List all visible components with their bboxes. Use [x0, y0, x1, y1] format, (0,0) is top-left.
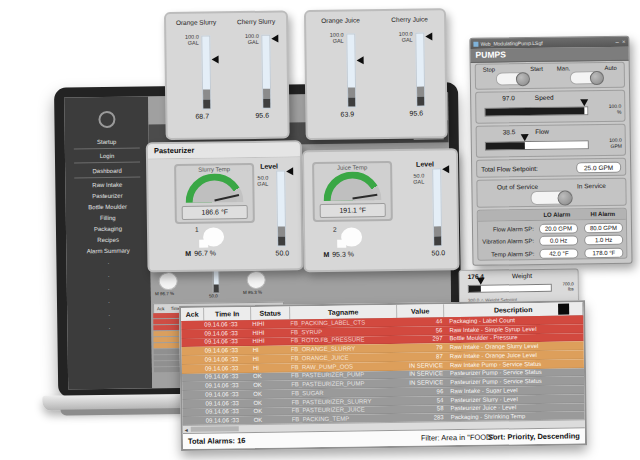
flow-slider[interactable] — [485, 140, 589, 150]
sidebar-dot[interactable]: · — [67, 321, 151, 335]
hi-setpoint-field[interactable]: 80.0 GPM — [584, 222, 623, 233]
sidebar-item[interactable]: Dashboard — [74, 165, 140, 178]
alarm-description-cell: Raw Intake - Orange Juice Level — [446, 351, 584, 359]
alarm-status-cell: HI — [251, 355, 291, 362]
window-icon — [473, 41, 478, 46]
alarm-description-cell: Packaging - Label Count — [445, 316, 583, 324]
start-label: Start — [530, 66, 543, 72]
tank-level-marker-icon[interactable] — [357, 56, 364, 64]
alarm-description-cell: Raw Intake - Simple Syrup Level — [445, 325, 583, 333]
alarm-setpoint-row: Temp Alarm SP: 42.0 °F 178.0 °F — [478, 247, 626, 259]
mini-pump-label: M 95.3 % — [243, 290, 262, 295]
hi-setpoint-field[interactable]: 1.0 Hz — [584, 235, 623, 246]
alarm-column-header[interactable]: Status — [251, 306, 290, 320]
alarm-description-cell: Pasteurizer Pump - Service Status — [446, 377, 584, 385]
tank-level-marker-icon[interactable] — [425, 33, 432, 41]
level-capacity: 50.0GAL — [398, 173, 424, 186]
flow-max-label: 100.0GPM — [609, 137, 622, 150]
mini-tube — [213, 269, 220, 293]
sidebar-item[interactable]: Startup — [74, 136, 140, 149]
sidebar-dot[interactable]: · — [66, 256, 150, 270]
level-label: Level — [416, 160, 434, 167]
mini-pump-icon — [159, 272, 178, 290]
sidebar-dot[interactable]: · — [67, 282, 151, 296]
stop-start-toggle[interactable]: Stop Start — [476, 64, 550, 89]
tank-value: 63.9 — [328, 110, 367, 118]
juice-temp-gauge: Juice Temp 191.1 °F — [312, 161, 393, 222]
tank-capacity: 100.0GAL — [330, 32, 344, 45]
alarm-column-header[interactable]: Ack — [181, 308, 204, 321]
tank: Orange Slurry 100.0GAL 68.7 — [166, 13, 228, 138]
close-icon[interactable] — [558, 304, 569, 315]
alarm-value-cell: 54 — [397, 397, 446, 404]
gauge-label: Juice Temp — [314, 164, 390, 171]
minimize-button[interactable]: – — [616, 39, 619, 45]
alarm-status-cell: OK — [251, 399, 291, 406]
toggle-pill[interactable] — [496, 72, 530, 85]
alarm-value-cell: 297 — [396, 336, 445, 343]
alarm-column-header[interactable]: Value — [397, 304, 444, 318]
service-toggle[interactable] — [530, 190, 572, 205]
mini-pump-label: M 96.7 % — [155, 291, 174, 296]
weight-max-label: 700.0lbs — [562, 281, 573, 292]
alarm-tagname-cell: FB_SUGAR — [291, 389, 397, 396]
sidebar-item[interactable]: Login — [74, 150, 140, 163]
close-button[interactable]: × — [622, 39, 626, 45]
tank-level-marker-icon[interactable] — [271, 35, 278, 43]
alarm-value-cell: 56 — [396, 327, 445, 334]
lo-setpoint-field[interactable]: 42.0 °F — [539, 248, 578, 259]
panel-title: Pasteurizer — [148, 142, 300, 159]
alarm-tagname-cell: FB_PASTEURIZER_PUMP — [291, 380, 397, 387]
tank-level-marker-icon[interactable] — [211, 55, 218, 63]
alarm-time-cell: 09.14.06 :33 — [204, 356, 251, 363]
man-auto-toggle[interactable]: Man. Auto — [550, 63, 624, 88]
pump-icon[interactable] — [203, 227, 224, 246]
alarm-value-cell: 44 — [396, 318, 445, 325]
speed-slider-fill — [485, 107, 584, 115]
total-flow-field[interactable]: 25.0 GPM — [576, 161, 621, 173]
toggle-pill[interactable] — [570, 71, 604, 84]
pump-icon[interactable] — [341, 227, 362, 246]
window-title: Web_ModulatingPump.LSgf — [480, 39, 612, 47]
weight-slider-marker[interactable] — [477, 278, 485, 285]
alarm-tagname-cell: FB_PACKING_LABEL_CTS — [290, 319, 396, 326]
alarm-value-cell: IN SERVICE — [397, 371, 446, 378]
flow-slider-fill — [486, 142, 525, 150]
level-value: 50.0 — [426, 249, 450, 256]
alarm-time-cell: 09.14.06 :33 — [204, 338, 251, 345]
laptop-logo-icon — [98, 111, 115, 128]
tank-title: Orange Juice — [306, 16, 375, 24]
sidebar-dot[interactable]: · — [67, 308, 151, 322]
speed-slider-marker[interactable] — [580, 99, 588, 106]
alarm-description-cell: Pasteurizer Juice - Level — [446, 404, 584, 412]
speed-slider[interactable] — [484, 106, 588, 116]
alarm-time-cell: 09.14.06 :33 — [204, 400, 251, 407]
level-capacity: 50.0GAL — [242, 175, 268, 188]
alarm-column-header[interactable]: Time In — [204, 307, 251, 321]
slurry-temp-readout: 186.6 °F — [182, 205, 248, 220]
alarm-value-cell: 283 — [398, 414, 447, 421]
sidebar-dot[interactable]: · — [67, 295, 151, 309]
scrollbar-thumb[interactable] — [191, 426, 239, 432]
tank: Cherry Juice 100.0GAL 95.6 — [375, 10, 446, 137]
juice-level-marker[interactable] — [442, 165, 449, 173]
alarm-status-cell: HI — [251, 364, 291, 371]
start-stop-section: Stop Start Man. Auto — [475, 62, 625, 90]
sidebar-dot[interactable]: · — [67, 269, 151, 283]
tank-level-tube — [346, 33, 356, 107]
speed-value: 97.0 — [502, 94, 515, 101]
weight-slider[interactable] — [468, 284, 552, 293]
hi-setpoint-field[interactable]: 178.0 °F — [584, 247, 623, 258]
flow-slider-marker[interactable] — [521, 134, 529, 141]
weight-widget: 176.4 Weight 700.0lbs 300.0 △ Weight Set… — [459, 268, 579, 305]
slurry-level-marker[interactable] — [286, 167, 293, 175]
total-flow-label: Total Flow Setpoint: — [481, 164, 538, 172]
alarm-value-cell: IN SERVICE — [397, 379, 446, 386]
alarm-status-cell: HIHI — [250, 320, 290, 327]
lo-setpoint-field[interactable]: 20.0 GPM — [539, 223, 578, 234]
sidebar: StartupLoginDashboardRaw IntakePasteuriz… — [64, 96, 152, 389]
alarm-status-cell: OK — [251, 382, 291, 389]
tank-value: 68.7 — [185, 112, 219, 119]
alarm-description-cell: Pasteurizer Slurry - Level — [446, 395, 584, 403]
lo-setpoint-field[interactable]: 0.0 Hz — [539, 235, 578, 246]
